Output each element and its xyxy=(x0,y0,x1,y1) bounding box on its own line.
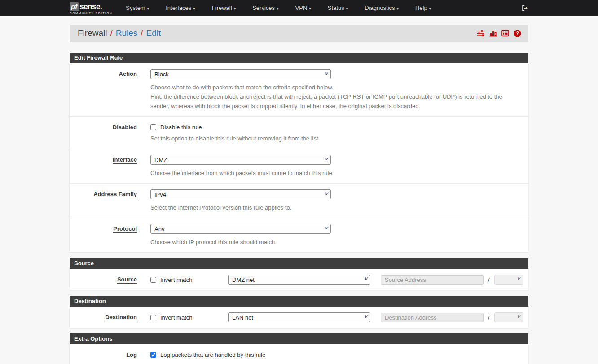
action-help: Choose what to do with packets that matc… xyxy=(150,83,516,111)
disabled-row: Disabled Disable this rule Set this opti… xyxy=(70,117,528,149)
interface-label: Interface xyxy=(70,155,137,178)
disabled-help: Set this option to disable this rule wit… xyxy=(150,134,516,143)
chevron-down-icon xyxy=(234,6,236,11)
nav-item-vpn[interactable]: VPN xyxy=(295,4,311,11)
chevron-down-icon xyxy=(147,6,150,11)
address-family-row: Address Family IPv4 ∨ Select the Interne… xyxy=(70,184,528,218)
nav-item-services[interactable]: Services xyxy=(252,4,278,11)
destination-invert-label: Invert match xyxy=(160,314,193,321)
log-packets-checkbox[interactable] xyxy=(150,352,156,358)
panel-extra-options: Extra Options Log Log packets that are h… xyxy=(70,333,528,364)
breadcrumb-separator: / xyxy=(110,28,112,38)
source-label: Source xyxy=(70,275,137,285)
destination-address-input[interactable] xyxy=(381,313,484,322)
pfsense-logo[interactable]: pf sense . COMMUNITY EDITION xyxy=(70,2,112,15)
source-address-input[interactable] xyxy=(381,275,484,285)
nav-item-firewall[interactable]: Firewall xyxy=(212,4,236,11)
protocol-label: Protocol xyxy=(70,224,137,247)
disable-rule-checkbox-label: Disable this rule xyxy=(160,124,202,131)
breadcrumb-rules-link[interactable]: Rules xyxy=(116,28,138,38)
action-row: Action Block ∨ Choose what to do with pa… xyxy=(70,63,528,117)
logo-pf-badge: pf xyxy=(70,2,79,11)
log-packets-checkbox-label: Log packets that are handled by this rul… xyxy=(160,351,265,358)
breadcrumb-separator: / xyxy=(141,28,143,38)
filter-sliders-icon[interactable] xyxy=(477,30,485,37)
svg-text:?: ? xyxy=(516,31,519,36)
nav-item-diagnostics[interactable]: Diagnostics xyxy=(365,4,399,11)
destination-row: Destination Invert match LAN net ∨ / xyxy=(70,307,528,328)
nav-item-label: Firewall xyxy=(212,4,232,11)
chevron-down-icon xyxy=(429,6,431,11)
source-invert-label: Invert match xyxy=(160,276,193,283)
address-family-help: Select the Internet Protocol version thi… xyxy=(150,203,516,212)
panel-title: Source xyxy=(70,258,528,269)
top-navbar: pf sense . COMMUNITY EDITION System Inte… xyxy=(0,0,598,16)
breadcrumb: Firewall / Rules / Edit xyxy=(70,25,528,42)
logo-subtitle: COMMUNITY EDITION xyxy=(70,12,112,15)
destination-label: Destination xyxy=(70,312,137,322)
destination-invert-checkbox[interactable] xyxy=(150,315,156,320)
nav-item-label: System xyxy=(126,4,145,11)
logo-sense-text: sense xyxy=(79,2,100,11)
source-invert-checkbox[interactable] xyxy=(150,277,156,283)
nav-item-label: Services xyxy=(252,4,275,11)
bar-chart-icon[interactable] xyxy=(489,30,497,37)
protocol-help: Choose which IP protocol this rule shoul… xyxy=(150,237,516,247)
action-label: Action xyxy=(70,69,137,111)
panel-source: Source Source Invert match DMZ net ∨ xyxy=(70,258,528,290)
disabled-label: Disabled xyxy=(70,123,137,143)
source-type-select[interactable]: DMZ net xyxy=(228,275,370,285)
interface-help: Choose the interface from which packets … xyxy=(150,168,516,178)
chevron-down-icon xyxy=(346,6,348,11)
nav-item-help[interactable]: Help xyxy=(415,4,431,11)
log-summary-icon[interactable] xyxy=(501,30,509,37)
main-menu: System Interfaces Firewall Services VPN … xyxy=(126,4,431,11)
nav-item-system[interactable]: System xyxy=(126,4,149,11)
nav-item-status[interactable]: Status xyxy=(328,4,348,11)
panel-title: Destination xyxy=(70,296,528,307)
breadcrumb-firewall: Firewall xyxy=(78,28,107,38)
mask-separator: / xyxy=(488,314,490,321)
breadcrumb-edit-link[interactable]: Edit xyxy=(146,28,161,38)
log-help: Hint: the firewall has limited local log… xyxy=(150,361,516,364)
action-select[interactable]: Block xyxy=(150,69,331,79)
nav-item-label: Interfaces xyxy=(166,4,191,11)
panel-title: Edit Firewall Rule xyxy=(70,53,528,63)
address-family-label: Address Family xyxy=(70,189,137,212)
protocol-row: Protocol Any ∨ Choose which IP protocol … xyxy=(70,218,528,252)
help-icon[interactable]: ? xyxy=(514,30,521,37)
source-row: Source Invert match DMZ net ∨ / xyxy=(70,269,528,290)
nav-item-label: VPN xyxy=(295,4,308,11)
destination-type-select[interactable]: LAN net xyxy=(228,312,370,322)
panel-edit-firewall-rule: Edit Firewall Rule Action Block ∨ Choose… xyxy=(70,53,528,252)
chevron-down-icon xyxy=(396,6,399,11)
chevron-down-icon xyxy=(309,6,311,11)
logo-dot: . xyxy=(100,2,102,11)
log-row: Log Log packets that are handled by this… xyxy=(70,344,528,364)
panel-destination: Destination Destination Invert match LAN… xyxy=(70,296,528,328)
disable-rule-checkbox[interactable] xyxy=(150,124,156,130)
source-mask-select[interactable] xyxy=(494,275,523,285)
address-family-select[interactable]: IPv4 xyxy=(150,189,331,199)
nav-item-interfaces[interactable]: Interfaces xyxy=(166,4,195,11)
chevron-down-icon xyxy=(193,6,195,11)
log-label: Log xyxy=(70,350,137,364)
nav-item-label: Diagnostics xyxy=(365,4,395,11)
protocol-select[interactable]: Any xyxy=(150,224,331,234)
panel-title: Extra Options xyxy=(70,333,528,344)
destination-mask-select[interactable] xyxy=(494,312,523,322)
nav-item-label: Help xyxy=(415,4,427,11)
interface-select[interactable]: DMZ xyxy=(150,155,331,165)
interface-row: Interface DMZ ∨ Choose the interface fro… xyxy=(70,149,528,184)
nav-item-label: Status xyxy=(328,4,344,11)
chevron-down-icon xyxy=(277,6,279,11)
mask-separator: / xyxy=(488,276,490,283)
logout-icon[interactable] xyxy=(521,4,528,12)
